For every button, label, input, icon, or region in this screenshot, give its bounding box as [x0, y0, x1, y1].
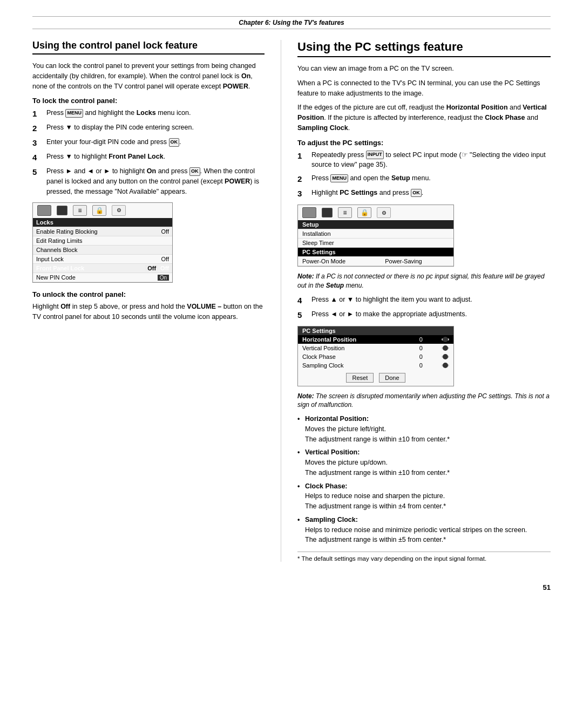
right-column: Using the PC settings feature You can vi… [281, 40, 551, 562]
menu-key-icon: MENU [65, 109, 83, 118]
footnote-text: * The default settings may vary dependin… [297, 555, 486, 562]
pc-settings-row-clock: Clock Phase 0 [298, 352, 453, 361]
done-button[interactable]: Done [379, 373, 405, 383]
pc-sampling-label: Sampling Clock [298, 361, 415, 370]
bullet-vertical-text2: The adjustment range is within ±10 from … [305, 469, 450, 477]
pc-clock-val: 0 [415, 352, 437, 361]
bullet-clock: Clock Phase: Helps to reduce noise and s… [297, 481, 551, 512]
setup-powermode-label: Power-On Mode [298, 257, 381, 266]
note-1: Note: If a PC is not connected or there … [297, 272, 551, 290]
pc-settings-buttons-cell: Reset Done [298, 370, 453, 386]
pc-settings-header-cell: PC Settings [298, 326, 453, 335]
unlock-text: Highlight Off in step 5 above, or press … [32, 302, 265, 322]
page: Chapter 6: Using the TV's features Using… [0, 16, 583, 728]
pc-settings-table: PC Settings Horizontal Position 0 Vertic… [298, 326, 453, 386]
setup-tv-icon2 [322, 208, 333, 217]
right-section-title: Using the PC settings feature [297, 40, 551, 57]
left-section-title: Using the control panel lock feature [32, 40, 265, 55]
unlock-subsection-title: To unlock the control panel: [32, 290, 265, 298]
adjust-subsection-title: To adjust the PC settings: [297, 139, 551, 147]
bullet-vertical: Vertical Position: Moves the picture up/… [297, 447, 551, 478]
adjust-step-3: 3 Highlight PC Settings and press OK. [297, 188, 551, 199]
input-key-icon: INPUT [366, 151, 384, 159]
pc-vert-slider [437, 344, 453, 352]
setup-installation-label: Installation [298, 229, 453, 239]
setup-row-sleep: Sleep Timer [298, 239, 453, 248]
setup-list-symbol: ≡ [343, 209, 347, 216]
lock-symbol: 🔒 [96, 207, 104, 214]
adjust-step-2: 2 Press MENU and open the Setup menu. [297, 173, 551, 185]
locks-menu-screenshot: ≡ 🔒 ⚙ Locks Enable Rating Blocking [32, 202, 173, 283]
lock-step-1: 1 Press MENU and highlight the Locks men… [32, 108, 265, 119]
content-area: Using the control panel lock feature You… [0, 29, 583, 583]
locks-header: Locks [33, 218, 172, 227]
locks-row-1: Enable Rating Blocking Off [33, 227, 172, 236]
pc-settings-screenshot: PC Settings Horizontal Position 0 Vertic… [297, 326, 454, 386]
right-intro-3: If the edges of the picture are cut off,… [297, 103, 551, 133]
locks-row-2: Edit Rating Limits [33, 236, 172, 245]
bullet-horizontal-text2: The adjustment range is within ±10 from … [305, 436, 450, 443]
bullet-clock-text2: The adjustment range is within ±4 from c… [305, 502, 446, 510]
setup-menu-table: Setup Installation Sleep Timer PC Settin… [298, 220, 453, 266]
adjust-step-1: 1 Repeatedly press INPUT to select PC in… [297, 150, 551, 171]
setup-tv-icon1 [302, 207, 316, 218]
lock-step-3: 3 Enter your four-digit PIN code and pre… [32, 137, 265, 148]
locks-row-6-label: New PIN Code [33, 273, 130, 282]
pc-sampling-slider [437, 361, 453, 370]
locks-row-6-val: On [130, 273, 172, 282]
pc-horiz-val: 0 [415, 335, 437, 344]
bullet-clock-text1: Helps to reduce noise and sharpen the pi… [305, 492, 445, 500]
adjust-step-4: 4 Press ▲ or ▼ to highlight the item you… [297, 295, 551, 306]
setup-sleep-label: Sleep Timer [298, 239, 453, 248]
adjust-step-5: 5 Press ◄ or ► to make the appropriate a… [297, 309, 551, 321]
list-icon: ≡ [78, 207, 82, 214]
steps-4-5-list: 4 Press ▲ or ▼ to highlight the item you… [297, 295, 551, 321]
lock-step-4: 4 Press ▼ to highlight Front Panel Lock. [32, 152, 265, 163]
lock-subsection-title: To lock the control panel: [32, 97, 265, 105]
gear-symbol: ⚙ [117, 207, 121, 213]
setup-powermode-val: Power-Saving [381, 257, 453, 266]
setup-menu-screenshot: ≡ 🔒 ⚙ Setup Installation [297, 205, 454, 267]
menu-key-icon-r: MENU [330, 174, 348, 183]
ok-key-icon-5: OK [189, 167, 200, 176]
pc-horiz-slider [437, 335, 453, 344]
bullet-horizontal: Horizontal Position: Moves the picture l… [297, 414, 551, 444]
pc-settings-buttons-row: Reset Done [298, 370, 453, 386]
locks-row-5-label: Front Panel Lock [33, 263, 130, 273]
gear-icon: ⚙ [112, 205, 126, 216]
lock-steps-list: 1 Press MENU and highlight the Locks men… [32, 108, 265, 196]
pc-clock-label: Clock Phase [298, 352, 415, 361]
locks-row-3: Channels Block [33, 245, 172, 254]
setup-icons-row: ≡ 🔒 ⚙ [298, 205, 453, 220]
locks-row-4-label: Input Lock [33, 254, 130, 263]
tv-icon1 [37, 205, 51, 216]
locks-row-1-label: Enable Rating Blocking [33, 227, 130, 236]
footnote: * The default settings may vary dependin… [297, 552, 551, 562]
bullet-sampling: Sampling Clock: Helps to reduce noise an… [297, 515, 551, 545]
reset-button[interactable]: Reset [346, 373, 374, 383]
bullet-sampling-text1: Helps to reduce noise and minimize perio… [305, 526, 527, 534]
setup-row-installation: Installation [298, 229, 453, 239]
bullet-vertical-title: Vertical Position: [305, 448, 360, 456]
locks-row-6: New PIN Code On [33, 273, 172, 282]
right-intro-1: You can view an image from a PC on the T… [297, 64, 551, 74]
bullet-horizontal-title: Horizontal Position: [305, 415, 369, 423]
bullet-clock-title: Clock Phase: [305, 482, 348, 490]
left-column: Using the control panel lock feature You… [32, 40, 265, 562]
locks-row-3-val [130, 245, 172, 254]
tv-icon2 [57, 206, 67, 215]
pc-clock-slider [437, 352, 453, 361]
pc-horiz-label: Horizontal Position [298, 335, 415, 344]
screenshot-icons-row: ≡ 🔒 ⚙ [33, 203, 172, 218]
bullet-list: Horizontal Position: Moves the picture l… [297, 414, 551, 545]
pc-settings-row-horiz: Horizontal Position 0 [298, 335, 453, 344]
note-2: Note: The screen is disrupted momentaril… [297, 392, 551, 410]
pc-sampling-val: 0 [415, 361, 437, 370]
setup-gear-symbol: ⚙ [382, 210, 387, 216]
left-intro: You can lock the control panel to preven… [32, 61, 265, 91]
locks-row-2-val [130, 236, 172, 245]
lock-icon: 🔒 [92, 205, 106, 216]
ok-key-icon-r: OK [411, 189, 422, 198]
tv-icon3: ≡ [73, 205, 87, 216]
setup-header-row: Setup [298, 220, 453, 229]
